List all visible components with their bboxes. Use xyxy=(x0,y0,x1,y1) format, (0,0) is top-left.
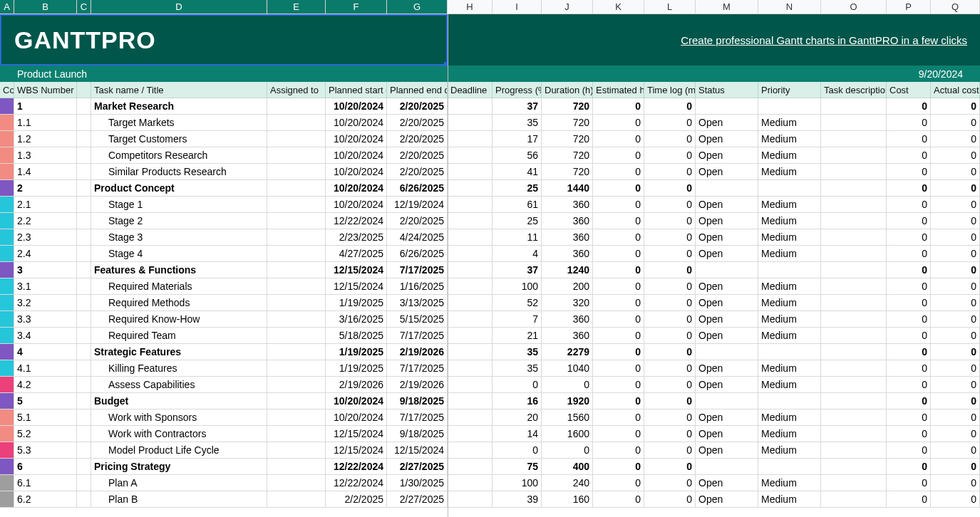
status[interactable]: Open xyxy=(696,426,758,442)
task-title[interactable]: Pricing Strategy xyxy=(91,459,267,475)
color-chip[interactable] xyxy=(0,377,14,393)
actual-cost[interactable]: 0 xyxy=(931,295,980,311)
wbs-number[interactable]: 4 xyxy=(14,344,77,360)
assigned-to[interactable] xyxy=(267,344,326,360)
planned-end[interactable]: 7/17/2025 xyxy=(387,262,448,278)
duration[interactable]: 1440 xyxy=(542,180,593,197)
actual-cost[interactable]: 0 xyxy=(931,180,980,197)
priority[interactable] xyxy=(758,459,821,475)
progress[interactable]: 100 xyxy=(492,475,542,491)
assigned-to[interactable] xyxy=(267,180,326,197)
duration[interactable]: 360 xyxy=(542,197,593,213)
cost[interactable]: 0 xyxy=(887,164,931,180)
status[interactable]: Open xyxy=(696,409,758,426)
status[interactable] xyxy=(696,98,758,115)
timelog[interactable]: 0 xyxy=(644,180,696,197)
estimated[interactable]: 0 xyxy=(593,475,644,491)
estimated[interactable]: 0 xyxy=(593,262,644,278)
col-header-Q[interactable]: Q xyxy=(931,0,980,14)
hdr-start[interactable]: Planned start date xyxy=(326,82,387,98)
estimated[interactable]: 0 xyxy=(593,426,644,442)
wbs-number[interactable]: 3 xyxy=(14,262,77,278)
table-row[interactable]: 5.1Work with Sponsors10/20/20247/17/2025… xyxy=(0,409,980,426)
col-header-G[interactable]: G xyxy=(387,0,448,14)
color-chip[interactable] xyxy=(0,295,14,311)
col-header-B[interactable]: B xyxy=(14,0,77,14)
progress[interactable]: 16 xyxy=(492,393,542,409)
wbs-number[interactable]: 1 xyxy=(14,98,77,115)
deadline[interactable] xyxy=(448,426,492,442)
task-title[interactable]: Stage 1 xyxy=(91,197,267,213)
estimated[interactable]: 0 xyxy=(593,229,644,246)
timelog[interactable]: 0 xyxy=(644,360,696,377)
planned-start[interactable]: 10/20/2024 xyxy=(326,180,387,197)
duration[interactable]: 1920 xyxy=(542,393,593,409)
duration[interactable]: 360 xyxy=(542,246,593,262)
estimated[interactable]: 0 xyxy=(593,147,644,164)
wbs-number[interactable]: 5.2 xyxy=(14,426,77,442)
hdr-deadline[interactable]: Deadline xyxy=(448,82,492,98)
deadline[interactable] xyxy=(448,164,492,180)
deadline[interactable] xyxy=(448,442,492,459)
planned-start[interactable]: 2/2/2025 xyxy=(326,491,387,508)
timelog[interactable]: 0 xyxy=(644,115,696,131)
table-row[interactable]: 5.2Work with Contractors12/15/20249/18/2… xyxy=(0,426,980,442)
timelog[interactable]: 0 xyxy=(644,377,696,393)
progress[interactable]: 17 xyxy=(492,131,542,147)
assigned-to[interactable] xyxy=(267,115,326,131)
wbs-number[interactable]: 3.4 xyxy=(14,328,77,344)
actual-cost[interactable]: 0 xyxy=(931,459,980,475)
color-chip[interactable] xyxy=(0,229,14,246)
progress[interactable]: 52 xyxy=(492,295,542,311)
planned-start[interactable]: 10/20/2024 xyxy=(326,409,387,426)
cost[interactable]: 0 xyxy=(887,213,931,229)
planned-end[interactable]: 7/17/2025 xyxy=(387,409,448,426)
timelog[interactable]: 0 xyxy=(644,442,696,459)
table-row[interactable]: 1Market Research10/20/20242/20/202537720… xyxy=(0,98,980,115)
brand-selection[interactable]: GANTTPRO xyxy=(0,14,448,66)
timelog[interactable]: 0 xyxy=(644,197,696,213)
color-chip[interactable] xyxy=(0,409,14,426)
color-chip[interactable] xyxy=(0,180,14,197)
color-chip[interactable] xyxy=(0,360,14,377)
assigned-to[interactable] xyxy=(267,164,326,180)
planned-end[interactable]: 2/19/2026 xyxy=(387,344,448,360)
planned-start[interactable]: 3/16/2025 xyxy=(326,311,387,328)
hdr-desc[interactable]: Task description xyxy=(821,82,887,98)
color-chip[interactable] xyxy=(0,131,14,147)
timelog[interactable]: 0 xyxy=(644,491,696,508)
duration[interactable]: 2279 xyxy=(542,344,593,360)
duration[interactable]: 0 xyxy=(542,442,593,459)
task-desc[interactable] xyxy=(821,442,887,459)
priority[interactable] xyxy=(758,98,821,115)
table-row[interactable]: 3.2Required Methods1/19/20253/13/2025523… xyxy=(0,295,980,311)
assigned-to[interactable] xyxy=(267,98,326,115)
timelog[interactable]: 0 xyxy=(644,475,696,491)
cost[interactable]: 0 xyxy=(887,426,931,442)
deadline[interactable] xyxy=(448,409,492,426)
assigned-to[interactable] xyxy=(267,377,326,393)
duration[interactable]: 1600 xyxy=(542,426,593,442)
color-chip[interactable] xyxy=(0,246,14,262)
task-title[interactable]: Similar Products Research xyxy=(91,164,267,180)
col-header-O[interactable]: O xyxy=(821,0,887,14)
color-chip[interactable] xyxy=(0,98,14,115)
color-chip[interactable] xyxy=(0,115,14,131)
task-desc[interactable] xyxy=(821,229,887,246)
task-desc[interactable] xyxy=(821,278,887,295)
cost[interactable]: 0 xyxy=(887,491,931,508)
deadline[interactable] xyxy=(448,197,492,213)
planned-start[interactable]: 1/19/2025 xyxy=(326,344,387,360)
task-desc[interactable] xyxy=(821,393,887,409)
color-chip[interactable] xyxy=(0,197,14,213)
cost[interactable]: 0 xyxy=(887,459,931,475)
duration[interactable]: 400 xyxy=(542,459,593,475)
priority[interactable]: Medium xyxy=(758,442,821,459)
table-row[interactable]: 3.4Required Team5/18/20257/17/2025213600… xyxy=(0,328,980,344)
progress[interactable]: 0 xyxy=(492,442,542,459)
table-row[interactable]: 1.3Competitors Research10/20/20242/20/20… xyxy=(0,147,980,164)
wbs-number[interactable]: 4.2 xyxy=(14,377,77,393)
priority[interactable]: Medium xyxy=(758,311,821,328)
assigned-to[interactable] xyxy=(267,229,326,246)
timelog[interactable]: 0 xyxy=(644,229,696,246)
